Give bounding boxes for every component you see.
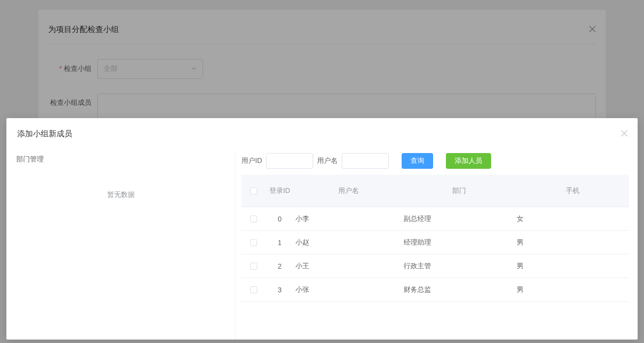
- cell-user-name: 小赵: [293, 238, 402, 247]
- user-id-label: 用户ID: [241, 156, 262, 165]
- department-empty-text: 暂无数据: [15, 167, 226, 199]
- col-header-dept: 部门: [402, 187, 515, 195]
- cell-phone: 男: [515, 238, 629, 247]
- table-row: 0小李副总经理女: [241, 207, 629, 231]
- cell-login-id: 1: [266, 239, 293, 247]
- row-checkbox[interactable]: [250, 263, 257, 270]
- add-person-button[interactable]: 添加人员: [446, 153, 491, 169]
- cell-login-id: 0: [266, 215, 293, 223]
- cell-user-name: 小张: [293, 285, 402, 294]
- cell-phone: 男: [515, 262, 629, 271]
- query-button[interactable]: 查询: [402, 153, 433, 169]
- user-table: 登录ID 用户名 部门 手机 0小李副总经理女1小赵经理助理男2小王行政主管男3…: [241, 175, 629, 302]
- col-header-login-id: 登录ID: [266, 186, 293, 195]
- add-member-dialog: 添加小组新成员 部门管理 暂无数据 用户ID 用户名 查询 添加人员: [6, 118, 638, 340]
- cell-dept: 经理助理: [402, 238, 515, 247]
- cell-login-id: 2: [266, 262, 293, 270]
- cell-dept: 财务总监: [402, 285, 515, 294]
- user-id-input[interactable]: [266, 153, 313, 169]
- row-checkbox[interactable]: [250, 216, 257, 222]
- user-name-input[interactable]: [342, 153, 389, 169]
- row-checkbox[interactable]: [250, 239, 257, 246]
- dialog-title: 添加小组新成员: [17, 129, 72, 139]
- user-name-label: 用户名: [317, 156, 338, 165]
- table-header-row: 登录ID 用户名 部门 手机: [241, 175, 629, 207]
- col-header-phone: 手机: [515, 187, 629, 195]
- cell-phone: 男: [515, 285, 629, 294]
- cell-login-id: 3: [266, 286, 293, 294]
- table-row: 1小赵经理助理男: [241, 231, 629, 254]
- cell-user-name: 小王: [293, 262, 402, 271]
- select-all-checkbox[interactable]: [250, 187, 257, 194]
- cell-dept: 行政主管: [402, 262, 515, 271]
- table-row: 3小张财务总监男: [241, 278, 629, 302]
- department-tree-pane: 部门管理 暂无数据: [15, 153, 235, 340]
- row-checkbox[interactable]: [250, 286, 257, 293]
- cell-user-name: 小李: [293, 215, 402, 223]
- user-list-pane: 用户ID 用户名 查询 添加人员 登录ID 用户名 部门 手机 0小李副总经理女…: [235, 153, 629, 340]
- cell-dept: 副总经理: [402, 215, 515, 223]
- table-row: 2小王行政主管男: [241, 254, 629, 278]
- department-heading: 部门管理: [15, 153, 226, 167]
- cell-phone: 女: [515, 215, 629, 223]
- col-header-user-name: 用户名: [293, 187, 402, 195]
- close-icon[interactable]: [621, 130, 628, 138]
- search-bar: 用户ID 用户名 查询 添加人员: [241, 153, 629, 175]
